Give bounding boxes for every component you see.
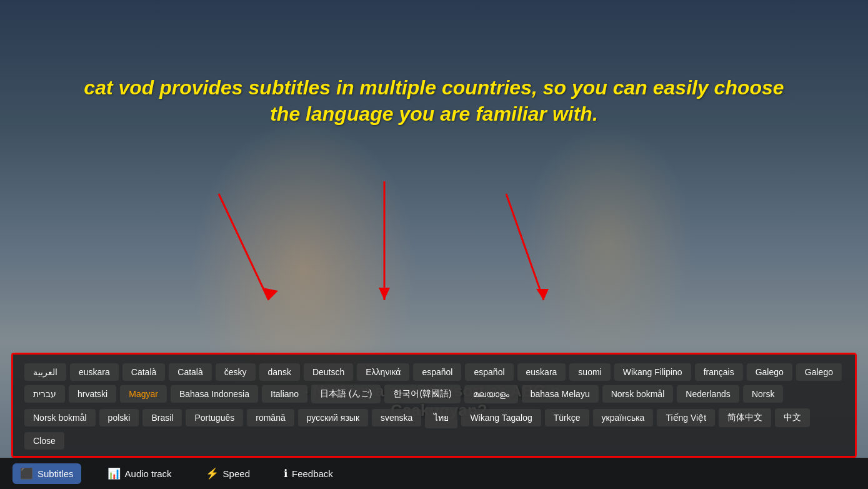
language-button[interactable]: Türkçe — [545, 409, 589, 426]
language-button[interactable]: 한국어(韓國語) — [384, 385, 460, 403]
language-button[interactable]: Português — [186, 409, 243, 426]
subtitles-button[interactable]: ⬛ Subtitles — [12, 463, 81, 484]
language-button[interactable]: ไทย — [425, 407, 457, 428]
language-button[interactable]: bahasa Melayu — [522, 385, 599, 403]
language-button[interactable]: Wikang Tagalog — [461, 409, 541, 426]
feedback-label: Feedback — [292, 468, 333, 479]
language-button[interactable]: Norsk bokmål — [24, 409, 96, 426]
language-button[interactable]: русский язык — [298, 409, 368, 426]
language-button[interactable]: Bahasa Indonesia — [171, 385, 258, 403]
language-button[interactable]: Ελληνικά — [357, 363, 409, 381]
language-button[interactable]: dansk — [259, 363, 300, 381]
language-button[interactable]: euskara — [70, 363, 119, 381]
language-button[interactable]: Català — [122, 363, 165, 381]
speed-icon: ⚡ — [206, 467, 219, 480]
language-button[interactable]: Deutsch — [304, 363, 353, 381]
language-button[interactable]: Galego — [747, 363, 792, 381]
language-button[interactable]: Norsk — [743, 385, 784, 403]
language-button[interactable]: Close — [24, 432, 64, 450]
language-button[interactable]: Tiếng Việt — [657, 409, 715, 426]
language-button[interactable]: 中文 — [775, 408, 810, 427]
language-button[interactable]: עברית — [24, 385, 65, 403]
annotation-line2: the language you are familiar with. — [84, 101, 784, 128]
speed-button[interactable]: ⚡ Speed — [198, 463, 257, 484]
language-button[interactable]: suomi — [569, 363, 610, 381]
subtitle-panel: العربيةeuskaraCatalàCatalàčeskydanskDeut… — [11, 353, 857, 458]
language-button[interactable]: മലയാളം — [464, 385, 518, 403]
language-grid: العربيةeuskaraCatalàCatalàčeskydanskDeut… — [24, 363, 844, 450]
language-button[interactable]: Català — [169, 363, 211, 381]
bottom-bar: ⬛ Subtitles 📊 Audio track ⚡ Speed ℹ Feed… — [0, 458, 868, 489]
subtitles-label: Subtitles — [37, 468, 74, 479]
audio-icon: 📊 — [107, 467, 121, 480]
language-button[interactable]: česky — [216, 363, 256, 381]
language-button[interactable]: svenska — [372, 409, 421, 426]
feedback-button[interactable]: ℹ Feedback — [276, 463, 341, 484]
language-button[interactable]: العربية — [24, 363, 66, 381]
language-button[interactable]: euskara — [517, 363, 566, 381]
language-button[interactable]: Nederlands — [677, 385, 739, 403]
language-button[interactable]: Norsk bokmål — [602, 385, 674, 403]
language-button[interactable]: 日本語 (んご) — [311, 385, 381, 403]
language-button[interactable]: Magyar — [120, 385, 167, 403]
subtitles-icon: ⬛ — [20, 467, 33, 480]
language-button[interactable]: Brasil — [142, 409, 182, 426]
feedback-icon: ℹ — [284, 467, 287, 480]
language-button[interactable]: español — [413, 363, 461, 381]
language-button[interactable]: hrvatski — [69, 385, 116, 403]
language-button[interactable]: Italiano — [262, 385, 307, 403]
annotation-text: cat vod provides subtitles in multiple c… — [84, 75, 784, 127]
language-button[interactable]: українська — [593, 409, 654, 426]
language-button[interactable]: Wikang Filipino — [614, 363, 691, 381]
language-button[interactable]: 简体中文 — [719, 408, 771, 427]
annotation-line1: cat vod provides subtitles in multiple c… — [84, 75, 784, 101]
language-button[interactable]: română — [247, 409, 294, 426]
language-button[interactable]: Galego — [796, 363, 842, 381]
audio-label: Audio track — [125, 468, 172, 479]
speed-label: Speed — [223, 468, 250, 479]
language-button[interactable]: polski — [99, 409, 139, 426]
audio-track-button[interactable]: 📊 Audio track — [100, 463, 179, 484]
language-button[interactable]: français — [695, 363, 743, 381]
language-button[interactable]: español — [465, 363, 513, 381]
